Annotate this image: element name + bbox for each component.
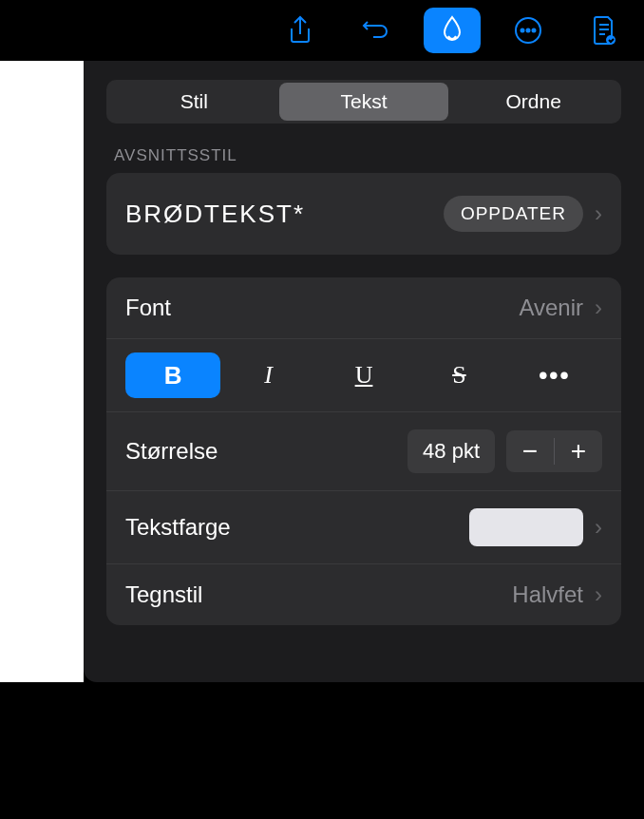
bold-button[interactable]: B [125, 352, 220, 398]
font-label: Font [125, 295, 519, 321]
undo-icon[interactable] [348, 8, 405, 53]
update-button[interactable]: OPPDATER [444, 196, 583, 232]
panel-tabs: Stil Tekst Ordne [106, 80, 621, 124]
font-value: Avenir [519, 295, 583, 321]
paragraph-style-name: BRØDTEKST* [125, 200, 444, 229]
size-increase-button[interactable]: + [555, 430, 602, 472]
paragraph-style-row[interactable]: BRØDTEKST* OPPDATER › [106, 173, 621, 255]
more-formatting-button[interactable]: ••• [507, 352, 602, 398]
more-icon[interactable] [500, 8, 557, 53]
chevron-right-icon: › [595, 295, 602, 321]
font-row[interactable]: Font Avenir › [106, 277, 621, 339]
chevron-right-icon: › [595, 581, 602, 608]
font-section: Font Avenir › B I U S ••• Størrelse 48 p… [106, 277, 621, 625]
paragraph-style-label: AVSNITTSSTIL [106, 146, 621, 165]
document-icon[interactable] [576, 8, 633, 53]
text-color-row[interactable]: Tekstfarge › [106, 491, 621, 564]
share-icon[interactable] [272, 8, 329, 53]
text-format-row: B I U S ••• [106, 339, 621, 412]
format-panel: Stil Tekst Ordne AVSNITTSSTIL BRØDTEKST*… [84, 61, 644, 682]
format-brush-icon[interactable] [424, 8, 481, 53]
callout-text: Hvis det er brukt en tegnstil på den mar… [142, 764, 541, 819]
svg-point-3 [533, 29, 536, 32]
tab-text[interactable]: Tekst [279, 83, 449, 121]
underline-button[interactable]: U [316, 352, 411, 398]
size-value[interactable]: 48 pkt [407, 429, 495, 473]
callout-line [165, 682, 166, 758]
document-page [0, 61, 84, 682]
size-stepper: − + [506, 430, 602, 472]
chevron-right-icon: › [595, 514, 602, 541]
tab-arrange[interactable]: Ordne [448, 83, 618, 121]
character-style-row[interactable]: Tegnstil Halvfet › [106, 564, 621, 625]
tab-style[interactable]: Stil [109, 83, 279, 121]
strikethrough-button[interactable]: S [411, 352, 506, 398]
character-style-value: Halvfet [512, 581, 583, 608]
size-decrease-button[interactable]: − [506, 430, 554, 472]
size-row: Størrelse 48 pkt − + [106, 412, 621, 491]
svg-point-4 [606, 35, 616, 45]
main-area: Stil Tekst Ordne AVSNITTSSTIL BRØDTEKST*… [0, 61, 644, 819]
svg-point-2 [527, 29, 530, 32]
svg-point-1 [521, 29, 524, 32]
text-color-label: Tekstfarge [125, 514, 469, 541]
italic-button[interactable]: I [220, 352, 315, 398]
chevron-right-icon: › [595, 200, 602, 227]
character-style-label: Tegnstil [125, 581, 512, 608]
color-swatch[interactable] [469, 508, 583, 546]
size-label: Størrelse [125, 438, 407, 465]
toolbar [0, 0, 644, 61]
